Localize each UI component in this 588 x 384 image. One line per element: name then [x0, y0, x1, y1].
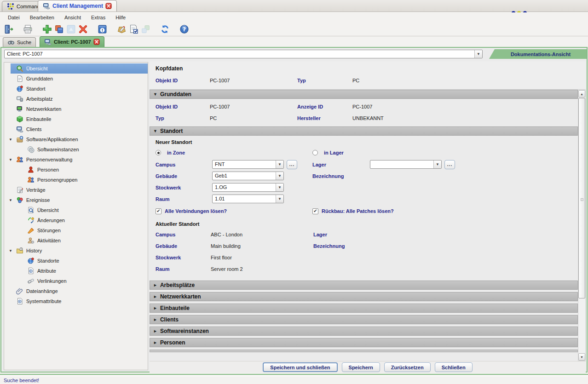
- vertical-scrollbar[interactable]: ▲ ▼: [578, 90, 586, 361]
- menu-bearbeiten[interactable]: Bearbeiten: [25, 13, 59, 22]
- view-mode-tab: Dokumentations-Ansicht: [495, 49, 587, 59]
- toolbar-exit-icon[interactable]: [2, 23, 14, 35]
- attr-icon: [16, 298, 23, 305]
- events-icon: [16, 196, 23, 204]
- toolbar-help-icon[interactable]: ?: [178, 23, 190, 35]
- menu-hilfe[interactable]: Hilfe: [110, 13, 131, 22]
- close-icon[interactable]: [105, 3, 112, 9]
- tree-item-einbauteile[interactable]: Einbauteile: [4, 114, 148, 124]
- content-frame: Client: PC-1007 ▼ Dokumentations-Ansicht…: [0, 47, 588, 373]
- window-tab-label: Command: [17, 4, 40, 9]
- scroll-up-arrow-icon[interactable]: ▲: [578, 90, 585, 97]
- kopfdaten-block: Kopfdaten Objekt IDPC-1007TypPC: [150, 61, 586, 90]
- section-header-softwareinstanzen[interactable]: ►Softwareinstanzen: [150, 327, 578, 336]
- chevron-down-icon[interactable]: ▼: [276, 183, 283, 191]
- radio-in-lager[interactable]: [312, 150, 318, 155]
- chevron-down-icon[interactable]: ▼: [474, 50, 482, 58]
- checkbox-alle-verbindungen[interactable]: ✔: [156, 208, 161, 214]
- section-header-arbeitsplätze[interactable]: ►Arbeitsplätze: [150, 281, 578, 290]
- toolbar-copy-icon[interactable]: [53, 23, 65, 35]
- client-selector-combobox[interactable]: Client: PC-1007 ▼: [4, 50, 483, 58]
- action-button-row: Speichern und schließenSpeichernZurückse…: [150, 361, 586, 373]
- tree-item-label: Attribute: [37, 268, 56, 274]
- scrollbar-thumb[interactable]: [578, 98, 585, 298]
- browse-button[interactable]: ...: [444, 160, 455, 169]
- window-tab-client-management[interactable]: Client Management: [38, 0, 117, 11]
- chevron-down-icon[interactable]: ▼: [276, 172, 283, 180]
- section-header-standort[interactable]: ▼ Standort: [150, 126, 578, 136]
- section-header-clients[interactable]: ►Clients: [150, 315, 578, 324]
- detail-panel: Kopfdaten Objekt IDPC-1007TypPC ▼ Grundd…: [150, 61, 586, 371]
- tree-item-übersicht[interactable]: Übersicht: [11, 63, 148, 74]
- tree-item-label: Personengruppen: [37, 177, 77, 183]
- tree-expander-icon[interactable]: ▼: [9, 249, 14, 253]
- stockwerk-combobox[interactable]: 1.OG▼: [212, 183, 284, 192]
- tree-item-verlinkungen[interactable]: Verlinkungen: [4, 276, 148, 286]
- raum-combobox[interactable]: 1.01▼: [212, 195, 284, 203]
- toolbar-delete-icon[interactable]: [77, 23, 89, 35]
- tree-expander-icon[interactable]: ▼: [9, 198, 14, 202]
- tree-expander-icon[interactable]: ▼: [9, 138, 14, 142]
- document-tab-client-pc-1007[interactable]: Client: PC-1007: [40, 36, 104, 47]
- section-title: Arbeitsplätze: [160, 282, 195, 288]
- toolbar-print-icon[interactable]: [22, 23, 34, 35]
- tree-item-attribute[interactable]: Attribute: [4, 266, 148, 276]
- tree-expander-icon[interactable]: ▼: [9, 158, 14, 162]
- tree-item-personenverwaltung[interactable]: ▼Personenverwaltung: [4, 155, 148, 165]
- tree-item-arbeitsplatz[interactable]: Arbeitsplatz: [4, 94, 148, 104]
- tree-item-verträge[interactable]: Verträge: [4, 185, 148, 195]
- toolbar-doccheck-icon[interactable]: [127, 23, 139, 35]
- tree-item-standort[interactable]: Standort: [4, 84, 148, 94]
- schlie-en-button[interactable]: Schließen: [435, 362, 473, 372]
- tree-item-personengruppen[interactable]: Personengruppen: [4, 175, 148, 185]
- navigation-tree: ÜbersichtGrunddatenStandortArbeitsplatzN…: [4, 62, 148, 370]
- tree-item-clients[interactable]: Clients: [4, 124, 148, 134]
- chevron-down-icon[interactable]: ▼: [276, 195, 283, 203]
- toolbar-edit-icon[interactable]: [115, 23, 127, 35]
- tree-item-software-applikationen[interactable]: ▼Software/Applikationen: [4, 134, 148, 144]
- close-icon[interactable]: [93, 39, 100, 45]
- tree-item-grunddaten[interactable]: Grunddaten: [4, 74, 148, 84]
- tree-item-personen[interactable]: Personen: [4, 165, 148, 175]
- speichern-button[interactable]: Speichern: [342, 362, 380, 372]
- chevron-down-icon[interactable]: ▼: [433, 160, 441, 168]
- tree-item-label: Softwareinstanzen: [37, 147, 79, 152]
- browse-button[interactable]: ...: [287, 160, 297, 169]
- document-tab-suche[interactable]: Suche: [3, 37, 36, 47]
- zurücksetzen-button[interactable]: Zurücksetzen: [384, 362, 431, 372]
- toolbar-add-icon[interactable]: [41, 23, 53, 35]
- menu-extras[interactable]: Extras: [86, 13, 110, 22]
- checkbox-rueckbau-patches[interactable]: ✔: [312, 208, 318, 214]
- toolbar-info-icon[interactable]: [96, 23, 108, 35]
- speichern-und-schlie-en-button[interactable]: Speichern und schließen: [263, 362, 337, 372]
- chevron-down-icon[interactable]: ▼: [276, 160, 283, 168]
- scroll-down-arrow-icon[interactable]: ▼: [578, 353, 585, 361]
- section-header-personen[interactable]: ►Personen: [150, 338, 578, 347]
- tree-item-störungen[interactable]: Störungen: [4, 225, 148, 235]
- tree-item-änderungen[interactable]: Änderungen: [4, 215, 148, 225]
- section-header-einbauteile[interactable]: ►Einbauteile: [150, 304, 578, 313]
- section-expand-icon: ►: [153, 340, 157, 345]
- menu-datei[interactable]: Datei: [3, 13, 25, 22]
- doc-icon: [16, 75, 23, 82]
- campus-combobox[interactable]: FNT▼: [212, 160, 284, 169]
- tree-item-history[interactable]: ▼History: [4, 246, 148, 256]
- section-header-netzwerkkarten[interactable]: ►Netzwerkkarten: [150, 292, 578, 301]
- section-header-grunddaten[interactable]: ▼ Grunddaten: [150, 90, 578, 99]
- geb-ude-combobox[interactable]: Geb1▼: [212, 172, 284, 180]
- tree-item-ereignisse[interactable]: ▼Ereignisse: [4, 195, 148, 205]
- lager-combobox[interactable]: ▼: [370, 160, 442, 169]
- tree-item-übersicht[interactable]: Übersicht: [4, 205, 148, 215]
- tree-item-standorte[interactable]: Standorte: [4, 256, 148, 266]
- client-selector-row: Client: PC-1007 ▼ Dokumentations-Ansicht: [1, 48, 587, 60]
- tree-item-softwareinstanzen[interactable]: Softwareinstanzen: [4, 144, 148, 155]
- tree-item-dateianhänge[interactable]: Dateianhänge: [4, 286, 148, 296]
- menu-ansicht[interactable]: Ansicht: [59, 13, 86, 22]
- tree-item-systemattribute[interactable]: Systemattribute: [4, 296, 148, 306]
- tree-item-aktivitäten[interactable]: Aktivitäten: [4, 235, 148, 246]
- radio-in-zone[interactable]: [156, 150, 161, 155]
- tree-item-label: History: [26, 248, 42, 253]
- toolbar-refresh-icon[interactable]: [159, 23, 171, 35]
- workstation-icon: [16, 95, 23, 103]
- tree-item-netzwerkkarten[interactable]: Netzwerkkarten: [4, 104, 148, 114]
